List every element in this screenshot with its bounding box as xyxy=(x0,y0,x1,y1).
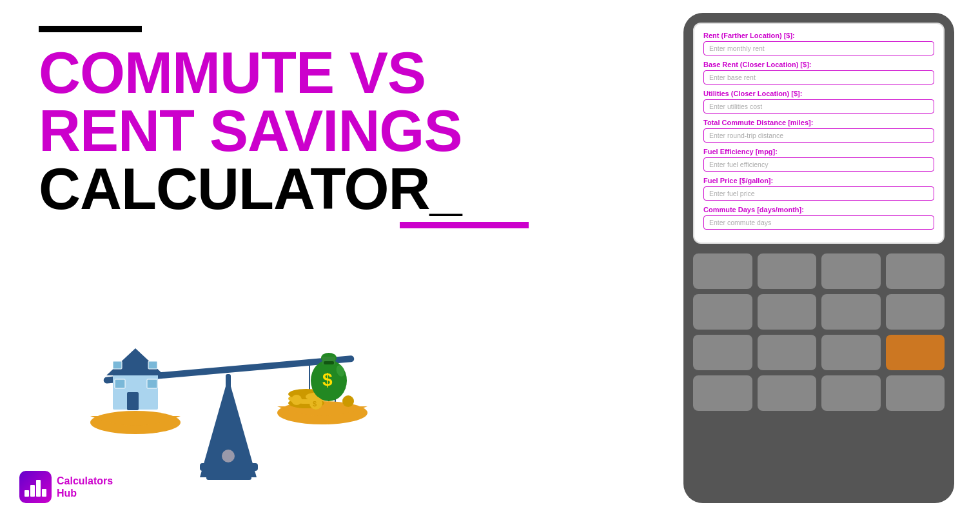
svg-rect-27 xyxy=(324,361,334,364)
form-label-3: Total Commute Distance [miles]: xyxy=(703,119,934,126)
logo-bar-3 xyxy=(36,480,41,497)
form-field-1: Base Rent (Closer Location) [$]: xyxy=(703,61,934,84)
logo-bar-1 xyxy=(24,490,29,497)
logo-icon xyxy=(19,471,52,503)
calc-button-11[interactable] xyxy=(886,335,945,370)
form-label-6: Commute Days [days/month]: xyxy=(703,206,934,213)
title-line3: CALCULATOR_ xyxy=(39,160,567,218)
calc-button-8[interactable] xyxy=(693,335,752,370)
form-input-4[interactable] xyxy=(703,157,934,172)
form-label-1: Base Rent (Closer Location) [$]: xyxy=(703,61,934,68)
form-field-4: Fuel Efficiency [mpg]: xyxy=(703,148,934,172)
calculator-widget: Rent (Farther Location) [$]:Base Rent (C… xyxy=(683,13,954,503)
logo-hub: Hub xyxy=(57,488,77,499)
form-label-5: Fuel Price [$/gallon]: xyxy=(703,177,934,184)
logo-text: Calculators Hub xyxy=(57,475,113,499)
form-input-3[interactable] xyxy=(703,128,934,143)
svg-rect-18 xyxy=(113,361,122,369)
svg-rect-19 xyxy=(148,361,157,369)
calc-button-2[interactable] xyxy=(821,253,881,289)
calc-button-14[interactable] xyxy=(821,375,881,411)
black-decorative-bar xyxy=(39,26,142,32)
form-field-2: Utilities (Closer Location) [$]: xyxy=(703,90,934,114)
form-input-5[interactable] xyxy=(703,186,934,201)
title-line2: RENT SAVINGS xyxy=(39,102,567,160)
calc-button-0[interactable] xyxy=(693,253,752,289)
logo-bar-4 xyxy=(42,489,46,497)
calc-button-7[interactable] xyxy=(886,294,945,330)
title-line1: COMMUTE VS xyxy=(39,44,567,102)
calc-button-1[interactable] xyxy=(758,253,817,289)
form-label-0: Rent (Farther Location) [$]: xyxy=(703,32,934,39)
form-label-4: Fuel Efficiency [mpg]: xyxy=(703,148,934,155)
form-input-0[interactable] xyxy=(703,41,934,55)
calc-button-6[interactable] xyxy=(821,294,881,330)
calc-button-3[interactable] xyxy=(886,253,945,289)
calc-button-15[interactable] xyxy=(886,375,945,411)
svg-text:$: $ xyxy=(313,400,317,408)
logo-bars-icon xyxy=(24,477,46,497)
calculator-buttons xyxy=(693,250,945,493)
purple-underline xyxy=(400,222,529,228)
svg-rect-17 xyxy=(147,379,157,388)
form-field-6: Commute Days [days/month]: xyxy=(703,206,934,230)
logo: Calculators Hub xyxy=(19,471,113,503)
form-field-0: Rent (Farther Location) [$]: xyxy=(703,32,934,55)
calculator-screen: Rent (Farther Location) [$]:Base Rent (C… xyxy=(693,23,945,244)
calc-button-5[interactable] xyxy=(758,294,817,330)
form-field-3: Total Commute Distance [miles]: xyxy=(703,119,934,143)
form-input-6[interactable] xyxy=(703,215,934,230)
calc-button-12[interactable] xyxy=(693,375,752,411)
svg-rect-16 xyxy=(115,379,125,388)
calc-button-9[interactable] xyxy=(758,335,817,370)
logo-name: Calculators xyxy=(57,475,113,486)
form-field-5: Fuel Price [$/gallon]: xyxy=(703,177,934,201)
svg-point-5 xyxy=(222,450,235,462)
scale-illustration: $ $ xyxy=(52,297,426,490)
logo-bar-2 xyxy=(30,485,35,497)
calc-button-10[interactable] xyxy=(821,335,881,370)
form-input-2[interactable] xyxy=(703,99,934,114)
svg-rect-15 xyxy=(127,392,139,410)
calc-button-13[interactable] xyxy=(758,375,817,411)
form-input-1[interactable] xyxy=(703,70,934,84)
form-label-2: Utilities (Closer Location) [$]: xyxy=(703,90,934,97)
svg-point-32 xyxy=(342,395,354,407)
svg-text:$: $ xyxy=(322,370,333,390)
calc-button-4[interactable] xyxy=(693,294,752,330)
svg-point-33 xyxy=(291,395,302,405)
